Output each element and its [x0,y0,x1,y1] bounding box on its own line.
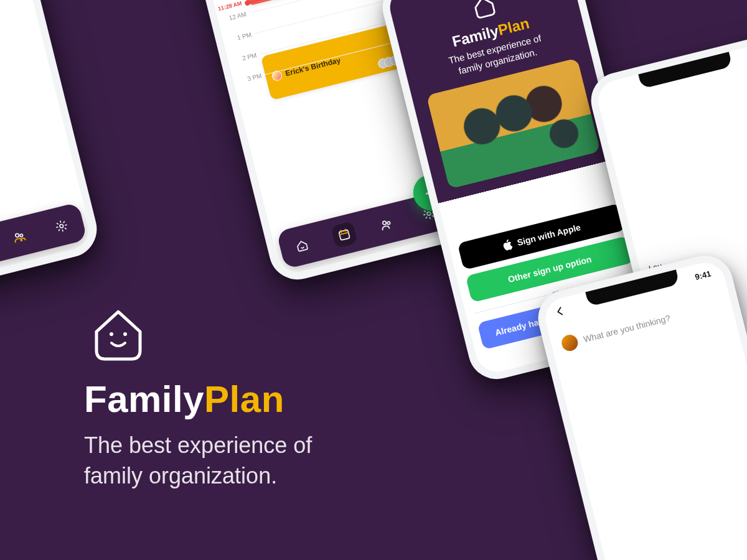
svg-point-0 [110,332,113,336]
svg-point-11 [427,212,431,216]
brand-title: FamilyPlan [84,378,312,421]
tab-members[interactable] [373,210,400,238]
house-smile-logo-icon [467,0,500,21]
hour-label: 2 PM [230,52,257,65]
tab-members[interactable] [6,223,33,250]
chevron-left-icon[interactable] [552,304,567,319]
tab-home[interactable] [288,231,316,259]
button-label: Sign with Apple [516,222,581,248]
hour-label: 1 PM [225,31,252,44]
house-smile-logo-icon [84,302,153,364]
hour-label: 3 PM [235,72,262,85]
svg-point-6 [20,234,23,237]
prompt-text: What are you thinking? [583,313,672,344]
tab-bar [276,190,455,269]
calendar-icon [336,226,353,243]
svg-point-10 [387,222,390,225]
hour-label: 12 AM [220,11,247,24]
composer-prompt[interactable]: What are you thinking? [560,310,672,353]
brand-word-b: Plan [204,378,284,420]
gear-icon [54,218,70,235]
phone-mock-1 [0,0,103,298]
tab-calendar[interactable] [331,221,358,248]
brand-word-a: Family [84,378,204,420]
avatar [560,333,580,353]
phone-mock-composer: 9:41 What are you thinking? Q W E R T [532,250,747,560]
svg-point-5 [15,233,19,238]
house-icon [294,237,311,254]
tab-settings[interactable] [48,213,75,240]
svg-point-9 [382,221,387,225]
people-icon [378,216,395,233]
brand-tagline: The best experience of family organizati… [84,431,312,491]
tab-bar [0,202,87,282]
brand-block: FamilyPlan The best experience of family… [84,302,312,491]
people-icon [11,228,28,245]
now-time: 11:28 AM [217,0,242,12]
svg-point-1 [123,332,127,336]
svg-point-7 [60,224,64,228]
apple-icon [501,238,514,251]
button-label: Other sign up option [507,254,592,284]
